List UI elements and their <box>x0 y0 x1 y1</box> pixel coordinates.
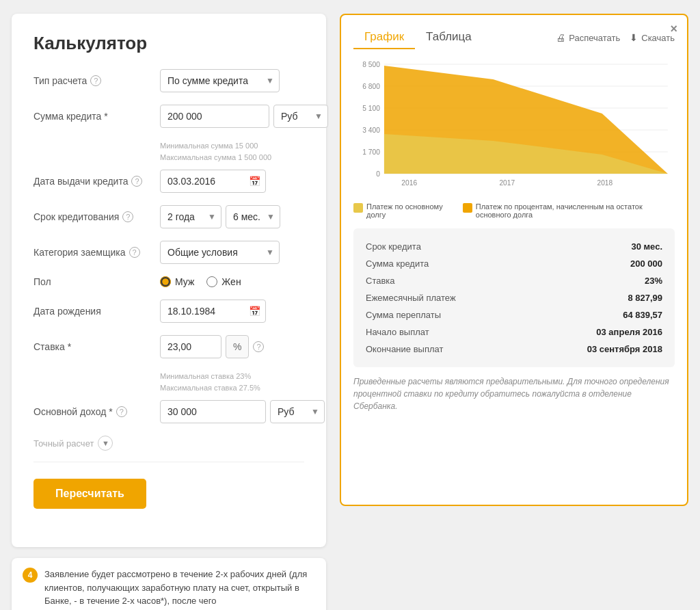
income-help-icon[interactable]: ? <box>116 406 127 417</box>
loan-amount-hints: Минимальная сумма 15 000 Максимальная су… <box>160 140 304 163</box>
legend-item-principal: Платеж по основному долгу <box>353 202 452 219</box>
svg-text:8 500: 8 500 <box>362 61 380 68</box>
term-months-select[interactable]: 0 мес. 3 мес. 6 мес. <box>226 205 280 228</box>
download-icon: ⬇ <box>630 32 638 43</box>
loan-amount-controls: Руб USD ▼ <box>160 105 328 128</box>
borrower-category-controls: Общие условия Зарплатный клиент ▼ <box>160 241 304 264</box>
birth-date-wrapper: 📅 <box>160 300 266 323</box>
summary-row-0: Срок кредита 30 мес. <box>366 238 662 255</box>
term-row: Срок кредитования ? 1 год 2 года 3 года … <box>33 205 304 228</box>
svg-text:3 400: 3 400 <box>362 127 380 134</box>
exact-calc-row: Точный расчет ▼ <box>33 436 304 451</box>
rate-label: Ставка * <box>33 341 160 352</box>
gender-female-radio[interactable] <box>206 276 217 287</box>
rate-hints: Минимальная ставка 23% Максимальная став… <box>160 371 304 393</box>
summary-row-1: Сумма кредита 200 000 <box>366 255 662 272</box>
step4-badge: 4 <box>23 568 38 583</box>
gender-male-radio[interactable] <box>160 276 171 287</box>
rate-input[interactable] <box>160 335 221 358</box>
birth-date-label: Дата рождения <box>33 306 160 317</box>
tab-actions: 🖨 Распечатать ⬇ Скачать <box>556 32 675 43</box>
summary-row-2: Ставка 23% <box>366 272 662 289</box>
issue-date-help-icon[interactable]: ? <box>131 176 142 187</box>
rate-help-icon[interactable]: ? <box>253 341 264 352</box>
chart-svg: 8 500 6 800 5 100 3 400 1 700 0 2016 <box>353 59 675 196</box>
income-currency-select[interactable]: Руб <box>270 400 325 423</box>
tab-table[interactable]: Таблица <box>415 26 483 49</box>
print-icon: 🖨 <box>556 32 565 43</box>
chart-area: 8 500 6 800 5 100 3 400 1 700 0 2016 <box>353 59 675 196</box>
gender-row: Пол Муж Жен <box>33 276 304 287</box>
income-controls: Руб ▼ <box>160 400 325 423</box>
gender-label: Пол <box>33 276 160 287</box>
gender-controls: Муж Жен <box>160 276 304 287</box>
birth-date-controls: 📅 <box>160 300 304 323</box>
tab-chart[interactable]: График <box>353 26 415 49</box>
issue-date-input[interactable] <box>160 170 266 193</box>
close-button[interactable]: × <box>670 22 677 36</box>
income-label: Основной доход * ? <box>33 406 160 417</box>
svg-text:2016: 2016 <box>401 179 417 187</box>
term-years-wrapper: 1 год 2 года 3 года ▼ <box>160 205 221 228</box>
svg-text:6 800: 6 800 <box>362 83 380 90</box>
calculator-title: Калькулятор <box>33 33 304 54</box>
loan-amount-row: Сумма кредита * Руб USD ▼ <box>33 105 304 128</box>
svg-text:1 700: 1 700 <box>362 148 380 156</box>
gender-female-label[interactable]: Жен <box>206 276 241 287</box>
income-input[interactable] <box>160 400 266 423</box>
summary-row-5: Начало выплат 03 апреля 2016 <box>366 323 662 341</box>
step4-text: Заявление будет рассмотрено в течение 2-… <box>44 568 315 608</box>
birth-date-input[interactable] <box>160 300 266 323</box>
rate-controls: % ? <box>160 335 304 358</box>
term-label: Срок кредитования ? <box>33 211 160 222</box>
summary-row-6: Окончание выплат 03 сентября 2018 <box>366 341 662 358</box>
issue-date-label: Дата выдачи кредита ? <box>33 176 160 187</box>
svg-text:0: 0 <box>376 170 380 178</box>
summary-row-4: Сумма переплаты 64 839,57 <box>366 306 662 323</box>
divider <box>33 462 304 462</box>
term-years-select[interactable]: 1 год 2 года 3 года <box>160 205 221 228</box>
loan-amount-input[interactable] <box>160 105 269 128</box>
borrower-category-help-icon[interactable]: ? <box>129 247 140 258</box>
summary-box: Срок кредита 30 мес. Сумма кредита 200 0… <box>353 228 675 367</box>
calc-type-help-icon[interactable]: ? <box>90 75 101 86</box>
loan-currency-select-wrapper: Руб USD ▼ <box>273 105 328 128</box>
borrower-category-label: Категория заемщика ? <box>33 247 160 258</box>
borrower-category-select[interactable]: Общие условия Зарплатный клиент <box>160 241 280 264</box>
disclaimer: Приведенные расчеты являются предварител… <box>353 375 675 412</box>
calc-type-select-wrapper: По сумме кредита По ежемесячному платежу… <box>160 69 280 92</box>
svg-text:2017: 2017 <box>499 179 515 187</box>
recalc-button[interactable]: Пересчитать <box>33 479 146 509</box>
summary-row-3: Ежемесячный платеж 8 827,99 <box>366 289 662 306</box>
tabs-row: График Таблица 🖨 Распечатать ⬇ Скачать <box>353 26 675 49</box>
exact-calc-label: Точный расчет <box>33 438 94 449</box>
print-action[interactable]: 🖨 Распечатать <box>556 32 620 43</box>
rate-percent-badge: % <box>226 335 249 358</box>
issue-date-row: Дата выдачи кредита ? 📅 <box>33 170 304 193</box>
income-currency-wrapper: Руб ▼ <box>270 400 325 423</box>
issue-date-wrapper: 📅 <box>160 170 266 193</box>
loan-amount-label: Сумма кредита * <box>33 111 160 122</box>
term-months-wrapper: 0 мес. 3 мес. 6 мес. ▼ <box>226 205 280 228</box>
calc-type-controls: По сумме кредита По ежемесячному платежу… <box>160 69 304 92</box>
exact-calc-toggle[interactable]: ▼ <box>98 436 113 451</box>
legend-item-interest: Платеж по процентам, начисленным на оста… <box>463 202 675 219</box>
calc-type-label: Тип расчета ? <box>33 75 160 86</box>
calc-type-select[interactable]: По сумме кредита По ежемесячному платежу <box>160 69 280 92</box>
legend-row: Платеж по основному долгу Платеж по проц… <box>353 202 675 219</box>
loan-currency-select[interactable]: Руб USD <box>273 105 328 128</box>
term-controls: 1 год 2 года 3 года ▼ 0 мес. 3 мес. 6 ме… <box>160 205 304 228</box>
calculator-panel: Калькулятор Тип расчета ? По сумме креди… <box>12 14 326 547</box>
rate-row: Ставка * % ? <box>33 335 304 358</box>
calc-type-row: Тип расчета ? По сумме кредита По ежемес… <box>33 69 304 92</box>
birth-date-row: Дата рождения 📅 <box>33 300 304 323</box>
svg-text:2018: 2018 <box>597 179 612 187</box>
step4-content: 4 Заявление будет рассмотрено в течение … <box>12 558 326 610</box>
svg-text:5 100: 5 100 <box>362 105 380 112</box>
legend-color-interest <box>463 203 472 213</box>
income-row: Основной доход * ? Руб ▼ <box>33 400 304 423</box>
gender-male-label[interactable]: Муж <box>160 276 194 287</box>
term-help-icon[interactable]: ? <box>122 211 133 222</box>
issue-date-controls: 📅 <box>160 170 304 193</box>
download-action[interactable]: ⬇ Скачать <box>630 32 675 43</box>
